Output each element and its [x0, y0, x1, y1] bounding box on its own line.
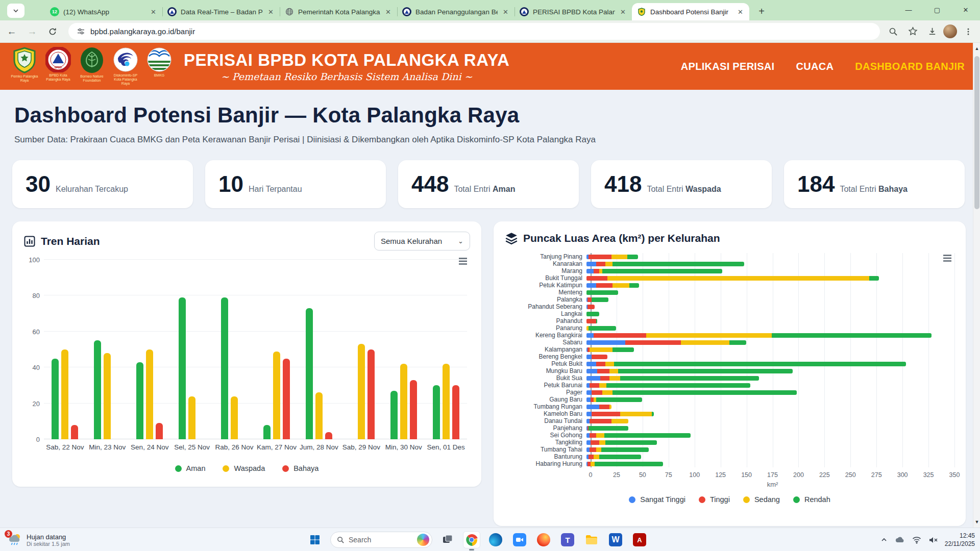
weather-widget[interactable]: 3 Hujan datang Di sekitar 1.5 jam [3, 530, 74, 550]
new-tab-button[interactable]: + [754, 4, 769, 18]
zoom-icon[interactable] [885, 23, 901, 40]
teams-icon[interactable]: T [559, 531, 576, 548]
segment-sedang [605, 362, 614, 366]
tray-expand-icon[interactable] [880, 536, 888, 543]
tab-dashboard-banjir-active[interactable]: Dashboard Potensi Banjir ✕ [632, 3, 749, 20]
video-call-app-icon[interactable] [511, 531, 528, 548]
wifi-icon[interactable] [912, 536, 921, 544]
taskbar-search[interactable]: Search [330, 532, 432, 548]
acrobat-icon[interactable]: A [631, 531, 648, 548]
kelurahan-label: Sabaru [505, 339, 586, 346]
segment-rendah [602, 269, 722, 273]
x-axis-label: Sen, 01 Des [425, 443, 467, 451]
edge-taskbar-icon[interactable] [487, 531, 504, 548]
reload-button[interactable] [44, 23, 61, 40]
stacked-bar [586, 319, 954, 323]
copilot-icon[interactable] [417, 534, 429, 546]
chrome-taskbar-icon[interactable] [463, 531, 480, 548]
segment-rendah [620, 376, 759, 381]
trend-legend: AmanWaspadaBahaya [23, 464, 470, 472]
segment-tinggi [596, 283, 613, 288]
start-button[interactable] [306, 531, 324, 548]
bar-group [213, 260, 256, 439]
tab-whatsapp[interactable]: 12 (12) WhatsApp ✕ [45, 3, 162, 20]
tab-data-realtime[interactable]: Data Real-Time – Badan Penang ✕ [162, 3, 280, 20]
segment-rendah [606, 383, 750, 388]
nav-aplikasi-perisai[interactable]: APLIKASI PERISAI [681, 61, 775, 72]
volume-muted-icon[interactable] [928, 536, 938, 544]
maximize-button[interactable]: ▢ [923, 0, 951, 19]
bar-group [171, 260, 213, 439]
kelurahan-row: Tumbang Tahai [505, 446, 954, 453]
bar-bahaya [283, 359, 290, 439]
logo-caption: BPBD Kota Palangka Raya [43, 73, 73, 82]
nav-dashboard-banjir[interactable]: DASHBOARD BANJIR [855, 61, 965, 72]
word-icon[interactable]: W [607, 531, 624, 548]
y-axis-tick: 100 [29, 256, 40, 264]
profile-avatar[interactable] [943, 24, 957, 38]
segment-rendah [596, 319, 597, 323]
site-settings-icon[interactable] [77, 27, 85, 36]
tab-perisai[interactable]: PERISAI BPBD Kota Palangka Ra ✕ [514, 3, 632, 20]
onedrive-icon[interactable] [895, 536, 905, 544]
task-view-button[interactable] [439, 531, 456, 548]
stacked-bar [586, 440, 954, 445]
minimize-button[interactable]: — [894, 0, 923, 19]
tab-close-icon[interactable]: ✕ [619, 8, 627, 16]
file-explorer-icon[interactable] [583, 531, 600, 548]
taskbar-clock[interactable]: 12:45 22/11/2025 [945, 532, 975, 548]
chevron-down-icon [13, 8, 19, 14]
kelurahan-label: Pahandut [505, 317, 586, 324]
kelurahan-row: Kereng Bangkirai [505, 332, 954, 339]
site-nav: APLIKASI PERISAI CUACA DASHBOARD BANJIR [681, 61, 965, 72]
segment-sangat-tinggi [586, 283, 596, 288]
stat-value: 448 [411, 171, 449, 197]
city-shield-icon [637, 7, 646, 16]
scrollbar-thumb[interactable] [974, 56, 979, 209]
segment-tinggi [589, 455, 594, 459]
bar-waspada [104, 353, 111, 439]
firefox-icon[interactable] [535, 531, 552, 548]
segment-sedang [594, 455, 599, 459]
tab-close-icon[interactable]: ✕ [384, 8, 392, 16]
kelurahan-row: Petuk Bukit [505, 360, 954, 367]
scroll-up-icon[interactable]: ▲ [973, 46, 980, 51]
bar-aman [221, 297, 228, 439]
downloads-icon[interactable] [924, 23, 940, 40]
tab-search-button[interactable] [7, 4, 24, 18]
kelurahan-label: Kereng Bangkirai [505, 332, 586, 339]
address-bar[interactable]: bpbd.palangkaraya.go.id/banjir [68, 23, 880, 40]
back-button[interactable]: ← [3, 23, 20, 40]
site-title: PERISAI BPBD KOTA PALANGKA RAYA [184, 51, 509, 70]
nav-cuaca[interactable]: CUACA [796, 61, 834, 72]
menu-kebab-icon[interactable] [960, 23, 976, 40]
stat-label: Total Entri Aman [454, 185, 515, 194]
legend-dot [223, 465, 229, 472]
bar-group [298, 260, 340, 439]
scroll-down-icon[interactable]: ▼ [973, 519, 980, 524]
tab-close-icon[interactable]: ✕ [737, 8, 744, 16]
bar-group [129, 260, 171, 439]
page-scrollbar[interactable]: ▲ ▼ [973, 43, 980, 528]
tab-close-icon[interactable]: ✕ [502, 8, 509, 16]
bar-waspada [188, 396, 195, 439]
tab-close-icon[interactable]: ✕ [150, 8, 157, 16]
kelurahan-filter-dropdown[interactable]: Semua Kelurahan ⌄ [374, 232, 470, 251]
bookmark-star-icon[interactable] [904, 23, 921, 40]
forward-button[interactable]: → [23, 23, 41, 40]
kelurahan-row: Gaung Baru [505, 396, 954, 403]
tab-close-icon[interactable]: ✕ [267, 8, 275, 16]
segment-sedang [609, 369, 618, 373]
layers-icon [505, 232, 518, 245]
tab-pemerintah-kota[interactable]: Pemerintah Kota Palangka Raya ✕ [280, 3, 397, 20]
x-axis-tick: 275 [871, 471, 882, 479]
kelurahan-label: Habaring Hurung [505, 460, 586, 467]
legend-label: Waspada [234, 464, 265, 472]
kelurahan-label: Bereng Bengkel [505, 353, 586, 360]
stacked-bar [586, 333, 954, 338]
x-axis-tick: 350 [949, 471, 960, 479]
legend-dot [175, 465, 182, 472]
tab-bpbd[interactable]: Badan Penanggulangan Bencan ✕ [397, 3, 514, 20]
bar-aman [94, 340, 101, 439]
close-button[interactable]: ✕ [951, 0, 980, 19]
